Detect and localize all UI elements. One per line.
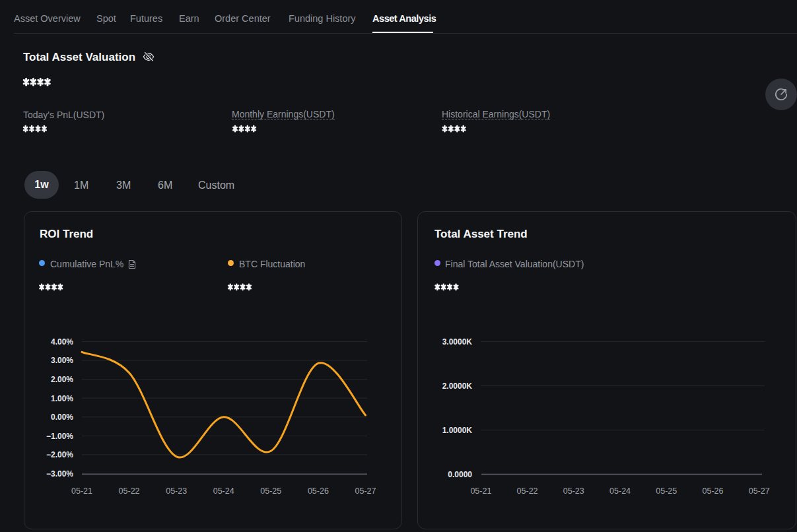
svg-text:0.00%: 0.00% — [51, 413, 73, 422]
svg-text:05-21: 05-21 — [470, 486, 491, 496]
svg-text:05-24: 05-24 — [213, 486, 234, 496]
svg-text:1.0000K: 1.0000K — [442, 426, 473, 435]
svg-text:1.00%: 1.00% — [51, 394, 73, 403]
svg-text:05-27: 05-27 — [355, 486, 376, 496]
svg-text:05-23: 05-23 — [166, 486, 187, 496]
svg-text:−1.00%: −1.00% — [46, 432, 73, 441]
svg-text:05-25: 05-25 — [260, 486, 281, 496]
svg-text:−3.00%: −3.00% — [46, 469, 73, 479]
svg-text:05-27: 05-27 — [749, 486, 770, 496]
svg-text:3.0000K: 3.0000K — [442, 337, 473, 347]
svg-text:05-26: 05-26 — [703, 486, 724, 496]
svg-text:05-24: 05-24 — [609, 486, 631, 496]
svg-text:05-25: 05-25 — [656, 486, 677, 496]
svg-text:−2.00%: −2.00% — [46, 450, 73, 459]
svg-text:3.00%: 3.00% — [51, 356, 73, 365]
svg-text:2.0000K: 2.0000K — [442, 382, 473, 391]
svg-text:05-22: 05-22 — [517, 486, 538, 496]
svg-text:0.0000: 0.0000 — [448, 470, 472, 479]
svg-text:05-21: 05-21 — [71, 486, 92, 496]
svg-text:05-26: 05-26 — [308, 486, 329, 496]
svg-text:2.00%: 2.00% — [51, 375, 73, 384]
svg-text:05-22: 05-22 — [119, 486, 140, 496]
svg-text:4.00%: 4.00% — [51, 337, 73, 347]
svg-text:05-23: 05-23 — [563, 486, 584, 496]
